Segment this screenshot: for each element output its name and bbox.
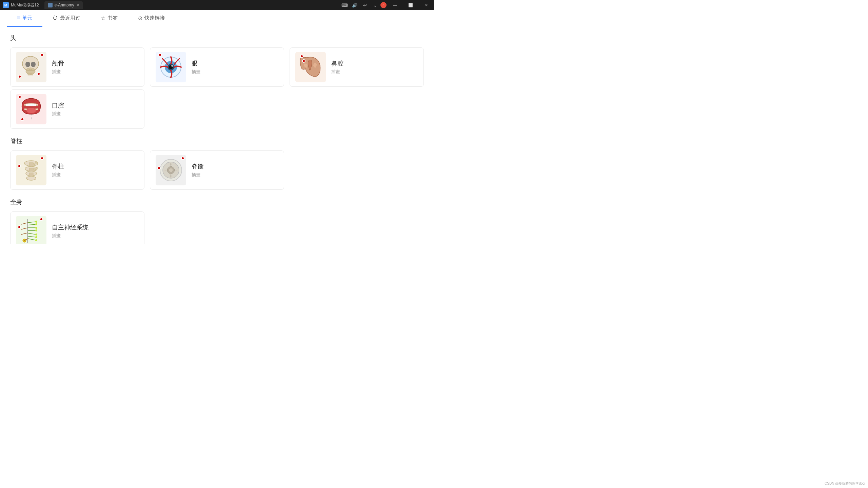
svg-line-33	[28, 224, 36, 225]
card-spine[interactable]: 脊柱 插畫	[10, 150, 144, 190]
card-mouth-image	[16, 94, 46, 124]
card-spine-image	[16, 155, 46, 185]
svg-line-37	[28, 236, 36, 237]
dot-spine-1	[40, 157, 44, 160]
dropdown-icon[interactable]: ⌄	[370, 0, 380, 10]
card-spinal-cord-title: 脊髓	[192, 162, 278, 170]
svg-point-43	[35, 223, 37, 225]
svg-point-13	[171, 65, 173, 67]
svg-rect-14	[26, 104, 28, 106]
fullbody-cards: 自主神经系统 插畫	[10, 211, 424, 244]
card-eye-info: 眼 插畫	[192, 59, 278, 75]
tab-recent[interactable]: ⏱ 最近用过	[42, 10, 91, 27]
tab-bookmarks[interactable]: ☆ 书签	[91, 10, 128, 27]
svg-rect-4	[28, 73, 29, 75]
card-eye-image	[156, 52, 186, 82]
app-logo: M	[3, 2, 9, 8]
card-nervous-title: 自主神经系统	[52, 223, 139, 231]
card-nose[interactable]: 鼻腔 插畫	[290, 47, 424, 87]
card-cranium-info: 颅骨 插畫	[52, 59, 139, 75]
card-nose-info: 鼻腔 插畫	[331, 59, 418, 75]
svg-line-36	[28, 233, 36, 235]
tab-quick-links-label: 快速链接	[144, 15, 165, 21]
browser-tab[interactable]: e-Anatomy ✕	[44, 1, 83, 9]
svg-line-38	[28, 239, 36, 240]
card-spinal-cord[interactable]: 脊髓 插畫	[150, 150, 284, 190]
head-cards-row2: 口腔 插畫	[10, 89, 424, 129]
recent-icon: ⏱	[53, 15, 58, 21]
card-spinal-cord-info: 脊髓 插畫	[192, 162, 278, 178]
keyboard-icon[interactable]: ⌨	[340, 0, 349, 10]
section-fullbody-title: 全身	[10, 198, 424, 206]
svg-point-30	[169, 168, 173, 172]
close-button[interactable]: ✕	[418, 0, 434, 10]
maximize-button[interactable]: ⬜	[403, 0, 418, 10]
quick-links-icon: ⊙	[138, 15, 142, 21]
card-cranium-image	[16, 52, 46, 82]
minimize-button[interactable]: —	[387, 0, 403, 10]
dot-spine-2	[18, 164, 21, 168]
dot-nerve-1	[40, 218, 43, 221]
tab-favicon	[48, 3, 53, 7]
card-eye-title: 眼	[192, 59, 278, 67]
svg-line-32	[28, 222, 36, 223]
card-spine-info: 脊柱 插畫	[52, 162, 139, 178]
dot-nose-1	[300, 55, 303, 58]
svg-line-41	[21, 233, 28, 235]
svg-rect-6	[31, 73, 32, 75]
undo-icon[interactable]: ↩	[360, 0, 370, 10]
card-mouth-subtitle: 插畫	[52, 111, 139, 117]
app-name: MuMu模拟器12	[11, 2, 39, 8]
dot-cranium-2	[18, 75, 21, 78]
window-controls: — ⬜ ✕	[387, 0, 434, 10]
svg-rect-5	[29, 73, 30, 75]
dot-cord-2	[157, 166, 161, 170]
volume-icon[interactable]: 🔊	[350, 0, 359, 10]
svg-point-44	[35, 227, 37, 229]
card-cranium[interactable]: 颅骨 插畫	[10, 47, 144, 87]
card-mouth[interactable]: 口腔 插畫	[10, 89, 144, 129]
card-eye-subtitle: 插畫	[192, 69, 278, 75]
tab-units[interactable]: ≡ 单元	[7, 10, 42, 27]
card-mouth-title: 口腔	[52, 101, 139, 109]
card-eye[interactable]: 眼 插畫	[150, 47, 284, 87]
dot-nose-2	[302, 59, 305, 63]
head-cards-row1: 颅骨 插畫	[10, 47, 424, 87]
dot-cranium-1	[40, 53, 44, 57]
svg-line-39	[21, 223, 28, 224]
bookmark-icon: ☆	[101, 15, 105, 21]
svg-rect-7	[32, 73, 33, 75]
spine-cards: 脊柱 插畫	[10, 150, 424, 190]
tab-bookmarks-label: 书签	[107, 15, 118, 21]
tab-quick-links[interactable]: ⊙ 快速链接	[128, 10, 175, 27]
svg-line-40	[21, 228, 28, 229]
svg-point-2	[25, 62, 30, 67]
card-spine-title: 脊柱	[52, 162, 139, 170]
svg-rect-18	[34, 104, 36, 106]
svg-rect-15	[28, 104, 30, 106]
card-nose-image	[295, 52, 326, 82]
svg-point-47	[35, 236, 37, 238]
svg-point-46	[35, 233, 37, 236]
dot-mouth-2	[21, 118, 24, 121]
tab-recent-label: 最近用过	[60, 15, 80, 21]
svg-point-27	[26, 176, 36, 180]
nav-tabs: ≡ 单元 ⏱ 最近用过 ☆ 书签 ⊙ 快速链接	[0, 10, 434, 27]
tab-units-label: 单元	[22, 15, 32, 21]
dot-eye-1	[158, 53, 162, 57]
svg-point-3	[31, 62, 36, 67]
section-spine-title: 脊柱	[10, 137, 424, 145]
card-nervous-image	[16, 216, 46, 244]
svg-rect-17	[32, 104, 34, 106]
tab-title: e-Anatomy	[55, 3, 74, 7]
card-nose-title: 鼻腔	[331, 59, 418, 67]
section-head-title: 头	[10, 34, 424, 42]
card-cranium-title: 颅骨	[52, 59, 139, 67]
titlebar: M MuMu模拟器12 e-Anatomy ✕ ⌨ 🔊 ↩ ⌄ 3 — ⬜ ✕	[0, 0, 434, 10]
card-nervous[interactable]: 自主神经系统 插畫	[10, 211, 144, 244]
card-nervous-info: 自主神经系统 插畫	[52, 223, 139, 239]
svg-rect-16	[30, 104, 32, 106]
tab-close-button[interactable]: ✕	[76, 3, 79, 7]
card-spine-subtitle: 插畫	[52, 172, 139, 178]
dot-cord-1	[181, 157, 184, 160]
